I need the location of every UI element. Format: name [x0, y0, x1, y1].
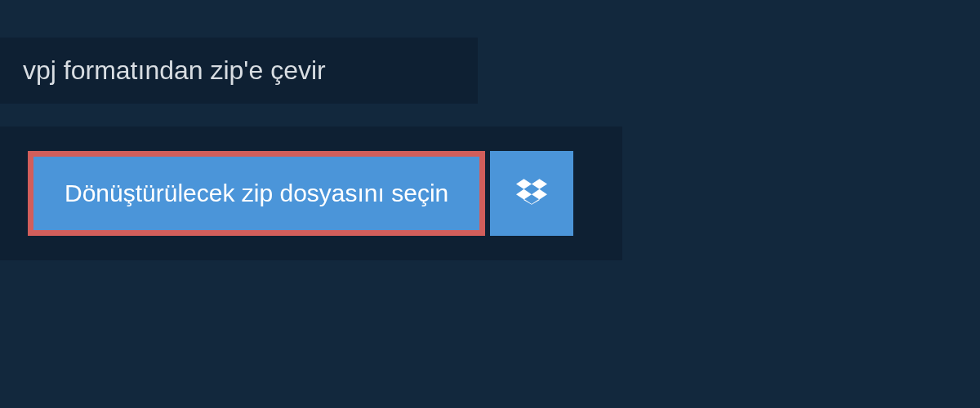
dropbox-button[interactable]	[490, 151, 573, 236]
button-row: Dönüştürülecek zip dosyasını seçin	[28, 151, 595, 236]
select-file-button[interactable]: Dönüştürülecek zip dosyasını seçin	[28, 151, 485, 236]
upload-panel: Dönüştürülecek zip dosyasını seçin	[0, 126, 622, 260]
select-file-label: Dönüştürülecek zip dosyasını seçin	[65, 180, 448, 207]
page-title: vpj formatından zip'e çevir	[0, 38, 478, 104]
dropbox-icon	[516, 176, 547, 211]
page-title-text: vpj formatından zip'e çevir	[23, 55, 326, 85]
